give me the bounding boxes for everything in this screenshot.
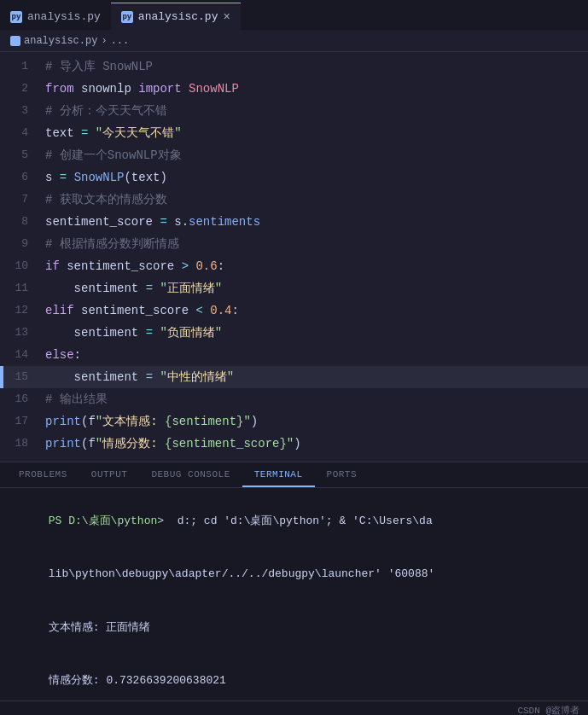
line-content-9: # 根据情感分数判断情感 bbox=[42, 233, 588, 255]
line-num-2: 2 bbox=[3, 78, 42, 100]
tab-analysis-label: analysis.py bbox=[27, 10, 101, 23]
line-content-2: from snownlp import SnowNLP bbox=[42, 78, 588, 100]
line-num-14: 14 bbox=[3, 344, 42, 366]
breadcrumb: analysisc.py › ... bbox=[0, 30, 588, 52]
breadcrumb-separator: › bbox=[101, 35, 107, 47]
code-line-16: 16 # 输出结果 bbox=[0, 388, 588, 410]
line-num-13: 13 bbox=[3, 322, 42, 344]
watermark: CSDN @盗博者 bbox=[517, 704, 579, 715]
line-num-4: 4 bbox=[3, 122, 42, 144]
line-content-10: if sentiment_score > 0.6: bbox=[42, 255, 588, 277]
code-line-6: 6 s = SnowNLP(text) bbox=[0, 166, 588, 189]
line-content-12: elif sentiment_score < 0.4: bbox=[42, 299, 588, 322]
code-line-13: 13 sentiment = "负面情绪" bbox=[0, 322, 588, 344]
line-content-6: s = SnowNLP(text) bbox=[42, 166, 588, 189]
terminal-output-4: 情感分数: 0.7326639200638021 bbox=[49, 674, 226, 687]
line-num-12: 12 bbox=[3, 299, 42, 322]
line-num-11: 11 bbox=[3, 277, 42, 299]
line-content-18: print(f"情感分数: {sentiment_score}") bbox=[42, 433, 588, 455]
line-num-6: 6 bbox=[3, 166, 42, 189]
breadcrumb-dots: ... bbox=[111, 35, 130, 47]
code-line-18: 18 print(f"情感分数: {sentiment_score}") bbox=[0, 433, 588, 455]
tab-bar: py analysis.py py analysisc.py × bbox=[0, 0, 588, 30]
line-num-7: 7 bbox=[3, 189, 42, 211]
line-num-15: 15 bbox=[3, 366, 42, 388]
line-content-4: text = "今天天气不错" bbox=[42, 122, 588, 144]
terminal-line-3: 文本情感: 正面情绪 bbox=[9, 602, 579, 654]
line-num-5: 5 bbox=[3, 144, 42, 166]
tab-analysisc[interactable]: py analysisc.py × bbox=[111, 3, 241, 30]
line-content-7: # 获取文本的情感分数 bbox=[42, 189, 588, 211]
breadcrumb-filename: analysisc.py bbox=[24, 35, 97, 47]
line-content-3: # 分析：今天天气不错 bbox=[42, 100, 588, 122]
panel-tab-terminal[interactable]: TERMINAL bbox=[242, 463, 315, 487]
code-editor[interactable]: 1 # 导入库 SnowNLP 2 from snownlp import Sn… bbox=[0, 52, 588, 462]
line-content-5: # 创建一个SnowNLP对象 bbox=[42, 144, 588, 166]
code-line-15: 15 sentiment = "中性的情绪" bbox=[0, 366, 588, 388]
panel-tab-output[interactable]: OUTPUT bbox=[79, 463, 140, 487]
line-content-14: else: bbox=[42, 344, 588, 366]
terminal-content[interactable]: PS D:\桌面\python> d:; cd 'd:\桌面\python'; … bbox=[0, 488, 588, 700]
status-bar: CSDN @盗博者 bbox=[0, 700, 588, 715]
terminal-line-2: lib\python\debugpy\adapter/../../debugpy… bbox=[9, 548, 579, 601]
line-num-16: 16 bbox=[3, 388, 42, 410]
breadcrumb-file-icon bbox=[10, 36, 20, 46]
line-num-9: 9 bbox=[3, 233, 42, 255]
terminal-output-3: 文本情感: 正面情绪 bbox=[49, 621, 151, 634]
panel-tab-ports[interactable]: PORTS bbox=[315, 463, 370, 487]
line-num-17: 17 bbox=[3, 410, 42, 433]
code-line-1: 1 # 导入库 SnowNLP bbox=[0, 55, 588, 78]
code-line-4: 4 text = "今天天气不错" bbox=[0, 122, 588, 144]
line-content-15: sentiment = "中性的情绪" bbox=[42, 366, 588, 388]
line-content-16: # 输出结果 bbox=[42, 388, 588, 410]
line-content-17: print(f"文本情感: {sentiment}") bbox=[42, 410, 588, 433]
panel-tab-debug-console[interactable]: DEBUG CONSOLE bbox=[139, 463, 242, 487]
code-line-8: 8 sentiment_score = s.sentiments bbox=[0, 211, 588, 233]
code-line-17: 17 print(f"文本情感: {sentiment}") bbox=[0, 410, 588, 433]
line-num-1: 1 bbox=[3, 55, 42, 78]
code-line-7: 7 # 获取文本的情感分数 bbox=[0, 189, 588, 211]
code-line-10: 10 if sentiment_score > 0.6: bbox=[0, 255, 588, 277]
code-line-3: 3 # 分析：今天天气不错 bbox=[0, 100, 588, 122]
terminal-line-1: PS D:\桌面\python> d:; cd 'd:\桌面\python'; … bbox=[9, 495, 579, 548]
tab-analysis[interactable]: py analysis.py bbox=[0, 3, 111, 30]
code-line-9: 9 # 根据情感分数判断情感 bbox=[0, 233, 588, 255]
line-content-8: sentiment_score = s.sentiments bbox=[42, 211, 588, 233]
terminal-line-4: 情感分数: 0.7326639200638021 bbox=[9, 654, 579, 700]
line-num-18: 18 bbox=[3, 433, 42, 455]
terminal-prompt-1: PS D:\桌面\python bbox=[49, 514, 157, 527]
terminal-cmd-2: lib\python\debugpy\adapter/../../debugpy… bbox=[49, 567, 434, 580]
tab-close-button[interactable]: × bbox=[223, 11, 230, 23]
analysisc-file-icon: py bbox=[121, 11, 133, 23]
code-line-11: 11 sentiment = "正面情绪" bbox=[0, 277, 588, 299]
panel-tab-problems[interactable]: PROBLEMS bbox=[7, 463, 79, 487]
panel-area: PROBLEMS OUTPUT DEBUG CONSOLE TERMINAL P… bbox=[0, 462, 588, 700]
panel-tabs: PROBLEMS OUTPUT DEBUG CONSOLE TERMINAL P… bbox=[0, 462, 588, 488]
line-num-10: 10 bbox=[3, 255, 42, 277]
line-num-8: 8 bbox=[3, 211, 42, 233]
code-line-12: 12 elif sentiment_score < 0.4: bbox=[0, 299, 588, 322]
line-num-3: 3 bbox=[3, 100, 42, 122]
line-content-13: sentiment = "负面情绪" bbox=[42, 322, 588, 344]
analysis-file-icon: py bbox=[10, 11, 22, 23]
line-content-1: # 导入库 SnowNLP bbox=[42, 55, 588, 78]
tab-analysisc-label: analysisc.py bbox=[138, 10, 218, 23]
code-line-2: 2 from snownlp import SnowNLP bbox=[0, 78, 588, 100]
code-line-14: 14 else: bbox=[0, 344, 588, 366]
line-content-11: sentiment = "正面情绪" bbox=[42, 277, 588, 299]
code-lines: 1 # 导入库 SnowNLP 2 from snownlp import Sn… bbox=[0, 52, 588, 458]
code-line-5: 5 # 创建一个SnowNLP对象 bbox=[0, 144, 588, 166]
